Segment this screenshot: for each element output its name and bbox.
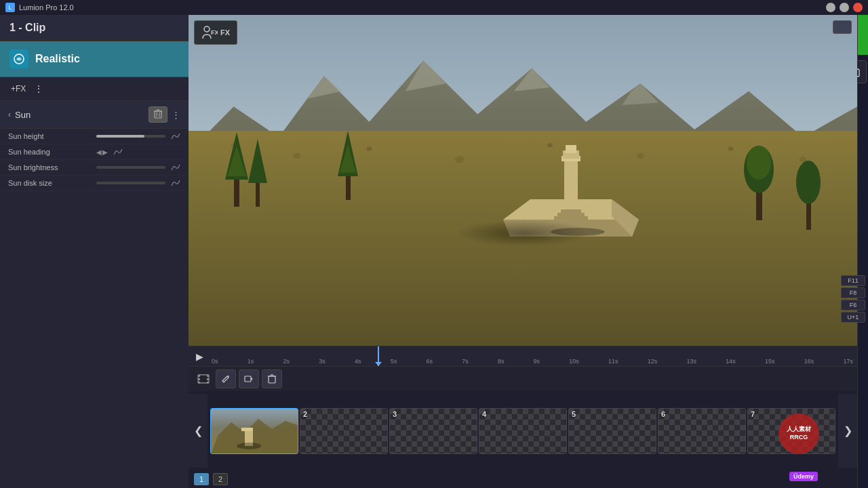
viewport-corner-button[interactable] <box>833 20 852 34</box>
sun-height-control[interactable] <box>96 132 180 140</box>
curve-icon <box>171 163 180 171</box>
svg-rect-56 <box>269 376 275 383</box>
sun-brightness-slider[interactable] <box>96 166 165 169</box>
viewport-container: FX FX <box>189 15 857 346</box>
playhead-triangle <box>375 362 382 366</box>
clip-2[interactable]: 2 <box>300 408 388 454</box>
svg-point-45 <box>204 26 210 32</box>
minimize-button[interactable] <box>826 3 835 12</box>
ruler-8s: 8s <box>498 358 505 365</box>
clip-5-number: 5 <box>572 410 576 418</box>
sun-brightness-control[interactable] <box>96 163 180 171</box>
realistic-icon <box>9 49 28 68</box>
sun-heading-arrows[interactable]: ◀ ▶ <box>96 148 108 156</box>
clip-7-number: 7 <box>751 410 755 418</box>
right-panel: Render F11 F8 F6 U+1 <box>857 15 868 488</box>
clip-1-thumbnail <box>211 409 298 454</box>
sun-height-row: Sun height <box>0 129 189 144</box>
play-button[interactable]: ▶ <box>191 348 208 365</box>
clip-2-checker <box>300 409 387 453</box>
timeline-nav: 1 2 <box>189 470 857 488</box>
sun-disksize-control[interactable] <box>96 179 180 187</box>
timeline-ruler[interactable]: 0s 1s 2s 3s 4s 5s 6s 7s 8s 9s 10s 11s <box>210 346 854 366</box>
sun-title: Sun <box>15 110 31 120</box>
clip-delete-button[interactable] <box>262 369 282 388</box>
clips-scroll-right-button[interactable]: ❯ <box>838 394 857 468</box>
svg-point-16 <box>455 156 464 163</box>
trees-far-right <box>796 148 844 230</box>
svg-rect-51 <box>207 375 209 377</box>
timeline-ruler-row: ▶ 0s 1s 2s 3s 4s 5s 6s 7s 8s <box>189 346 857 367</box>
sun-disksize-label: Sun disk size <box>8 179 96 187</box>
ruler-12s: 12s <box>648 358 658 365</box>
sun-height-label: Sun height <box>8 132 96 140</box>
sun-heading-label: Sun heading <box>8 148 96 156</box>
watermark-text: 人人素材RRCG <box>787 426 811 441</box>
svg-rect-26 <box>346 176 351 200</box>
shadow-ellipse <box>456 220 591 247</box>
clip-6[interactable]: 6 <box>658 408 746 454</box>
arrow-right-icon[interactable]: ▶ <box>102 148 108 156</box>
svg-rect-53 <box>207 382 209 384</box>
fu1-button[interactable]: U+1 <box>841 312 865 323</box>
fx-bar: +FX ⋮ <box>0 77 189 101</box>
trees-left <box>222 125 276 207</box>
sun-delete-button[interactable] <box>149 106 167 123</box>
clip-1[interactable] <box>210 408 298 454</box>
udemy-badge: Üdemy <box>789 472 818 481</box>
realistic-svg <box>13 53 25 65</box>
clip-tools-row <box>189 367 857 391</box>
sun-height-slider[interactable] <box>96 135 165 138</box>
sun-heading-control[interactable]: ◀ ▶ <box>96 148 180 156</box>
titlebar: L Lumion Pro 12.0 <box>0 0 868 15</box>
udemy-label: Üdemy <box>793 473 814 480</box>
f6-button[interactable]: F6 <box>841 300 865 310</box>
sun-header: ‹ Sun ⋮ <box>0 101 189 129</box>
realistic-section[interactable]: Realistic <box>0 41 189 77</box>
clip-4[interactable]: 4 <box>479 408 567 454</box>
ruler-15s: 15s <box>765 358 775 365</box>
svg-marker-25 <box>248 139 267 183</box>
viewport-fx-button[interactable]: FX FX <box>194 20 237 45</box>
ruler-14s: 14s <box>726 358 736 365</box>
clip-render-button[interactable] <box>239 369 259 388</box>
curve-icon <box>171 179 180 187</box>
page-2-button[interactable]: 2 <box>213 473 228 485</box>
titlebar-title: Lumion Pro 12.0 <box>19 3 74 12</box>
close-button[interactable] <box>853 3 863 12</box>
clip-3[interactable]: 3 <box>389 408 477 454</box>
svg-text:FX: FX <box>211 29 218 36</box>
sun-disksize-slider[interactable] <box>96 182 165 184</box>
sun-back-icon[interactable]: ‹ <box>8 110 11 119</box>
svg-rect-32 <box>554 216 588 220</box>
render-button[interactable]: Render <box>858 15 868 55</box>
ruler-11s: 11s <box>608 358 618 365</box>
pencil-icon <box>221 374 231 384</box>
ruler-6s: 6s <box>426 358 433 365</box>
svg-rect-21 <box>234 180 239 207</box>
fx-more-button[interactable]: ⋮ <box>34 83 43 94</box>
f11-button[interactable]: F11 <box>841 275 865 286</box>
svg-rect-24 <box>256 183 260 207</box>
sun-header-left: ‹ Sun <box>8 110 31 120</box>
ruler-7s: 7s <box>462 358 469 365</box>
page-1-button[interactable]: 1 <box>194 473 209 485</box>
f8-button[interactable]: F8 <box>841 287 865 298</box>
video-icon <box>244 374 254 384</box>
sun-more-button[interactable]: ⋮ <box>172 110 180 120</box>
curve-icon <box>113 148 123 156</box>
arrow-left-icon[interactable]: ◀ <box>96 148 102 156</box>
clip-edit-button[interactable] <box>216 369 236 388</box>
fx-add-button[interactable]: +FX <box>8 83 28 95</box>
svg-rect-49 <box>198 378 200 380</box>
titlebar-left: L Lumion Pro 12.0 <box>5 3 74 12</box>
realistic-label: Realistic <box>35 53 80 65</box>
clips-scroll-left-button[interactable]: ❮ <box>189 394 208 468</box>
right-bottom <box>858 55 868 488</box>
clip-title: 1 - Clip <box>9 22 45 33</box>
clip-5[interactable]: 5 <box>568 408 656 454</box>
maximize-button[interactable] <box>840 3 849 12</box>
person-fx-icon: FX <box>201 25 218 40</box>
sun-header-right: ⋮ <box>149 106 180 123</box>
ruler-13s: 13s <box>687 358 697 365</box>
